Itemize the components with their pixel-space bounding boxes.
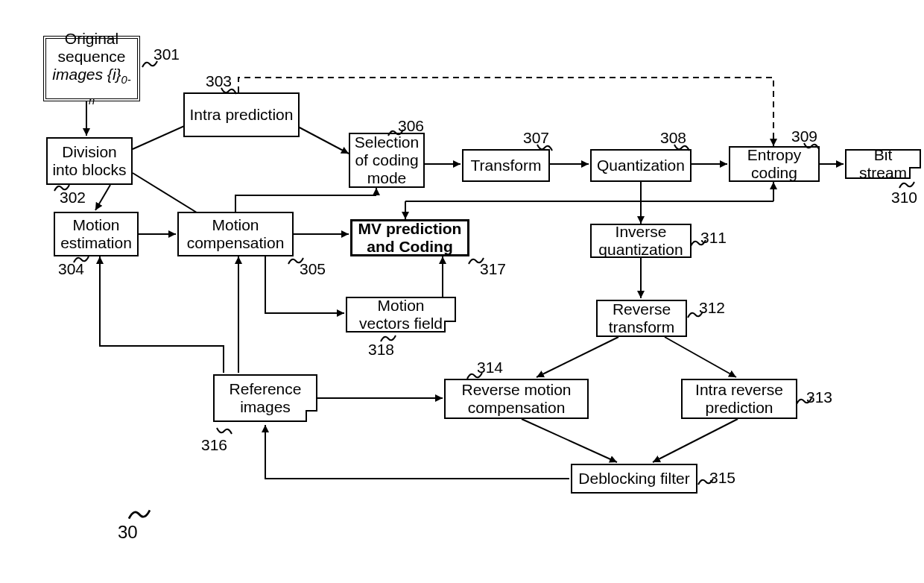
node-revmc-label: Reverse motion compensation [450, 381, 583, 417]
squiggle-icon [387, 128, 404, 137]
node-motion-comp-label: Motion compensation [183, 216, 288, 252]
svg-line-2 [133, 173, 203, 216]
node-intra-pred-label: Intra prediction [190, 106, 294, 124]
squiggle-icon [690, 239, 706, 248]
squiggle-icon [697, 477, 714, 486]
node-motion-compensation: Motion compensation [177, 212, 294, 256]
node-bitstream-label: Bit stream [851, 146, 915, 182]
squiggle-icon [687, 310, 703, 319]
squiggle-icon [128, 508, 151, 521]
node-inverse-quantization: Inverse quantization [590, 224, 692, 258]
node-entropy-coding: Entropy coding [729, 146, 820, 182]
squiggle-icon [537, 143, 553, 152]
node-intra-prediction: Intra prediction [183, 92, 300, 137]
node-bit-stream: Bit stream [845, 149, 921, 179]
squiggle-icon [216, 426, 232, 435]
node-motion-est-label: Motion estimation [60, 216, 133, 252]
node-deblocking-filter: Deblocking filter [571, 464, 697, 494]
squiggle-icon [674, 143, 690, 152]
node-intra-reverse-prediction: Intra reverse prediction [681, 379, 797, 419]
node-revtrans-label: Reverse transform [602, 300, 681, 336]
svg-line-7 [95, 185, 110, 210]
squiggle-icon [466, 371, 483, 380]
squiggle-icon [468, 256, 484, 265]
node-original-text: Original sequence images {i}0-n [51, 30, 133, 107]
squiggle-icon [899, 180, 915, 189]
node-division-label: Division into blocks [52, 143, 127, 179]
squiggle-icon [288, 256, 304, 265]
node-transform: Transform [462, 149, 550, 182]
squiggle-icon [221, 86, 237, 95]
node-entropy-label: Entropy coding [735, 146, 814, 182]
node-reference-images: Reference images [213, 374, 317, 422]
node-transform-label: Transform [471, 157, 542, 174]
squiggle-icon [803, 142, 820, 151]
node-mvfield-label: Motion vectors field [352, 297, 450, 333]
svg-line-27 [665, 337, 736, 377]
ref-310: 310 [891, 189, 917, 205]
squiggle-icon [73, 255, 89, 264]
node-quant-label: Quantization [597, 157, 685, 174]
node-quantization: Quantization [590, 149, 692, 182]
node-reverse-motion-compensation: Reverse motion compensation [444, 379, 589, 419]
node-motion-estimation: Motion estimation [54, 212, 139, 256]
node-selection-label: Selection of coding mode [355, 133, 419, 187]
squiggle-icon [380, 334, 396, 343]
svg-line-3 [133, 173, 136, 176]
svg-line-5 [133, 173, 136, 176]
squiggle-icon [796, 397, 812, 406]
svg-line-28 [522, 419, 617, 462]
ref-316: 316 [201, 437, 227, 453]
svg-line-4 [133, 173, 136, 176]
node-selection-coding-mode: Selection of coding mode [349, 133, 425, 188]
node-original-sequence: Original sequence images {i}0-n [43, 36, 140, 101]
svg-line-29 [653, 419, 738, 462]
squiggle-icon [142, 60, 158, 69]
node-mvpred-label: MV prediction and Coding [357, 220, 463, 256]
node-intrarev-label: Intra reverse prediction [687, 381, 791, 417]
squiggle-icon [54, 183, 70, 192]
svg-line-13 [292, 188, 376, 224]
node-division-into-blocks: Division into blocks [46, 137, 133, 185]
node-reverse-transform: Reverse transform [596, 300, 687, 337]
svg-line-12 [234, 188, 376, 212]
ref-318: 318 [368, 341, 394, 357]
svg-line-8 [298, 127, 349, 154]
svg-line-26 [537, 337, 618, 377]
ref-30: 30 [118, 523, 138, 541]
node-mv-prediction-coding: MV prediction and Coding [350, 219, 469, 256]
node-refimg-label: Reference images [219, 380, 311, 416]
node-deblock-label: Deblocking filter [578, 470, 689, 488]
node-invquant-label: Inverse quantization [596, 223, 686, 259]
node-motion-vectors-field: Motion vectors field [346, 297, 456, 333]
diagram-canvas: Original sequence images {i}0-n Division… [0, 0, 924, 583]
